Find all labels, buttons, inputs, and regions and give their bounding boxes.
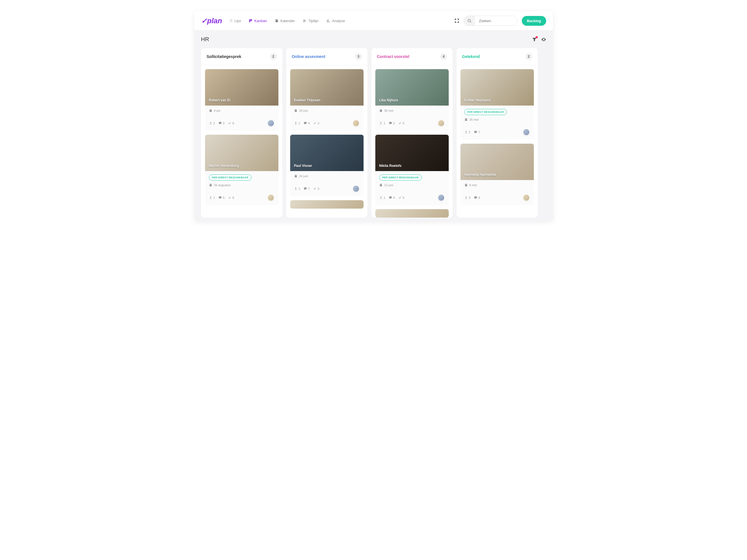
- stat-uploads: 1: [379, 196, 385, 199]
- card-date: 26 augustus: [209, 183, 275, 187]
- stat-checks: 5: [398, 196, 405, 199]
- kanban-column: Getekend 2 Esther Heijmans PER DIRECT BE…: [457, 48, 538, 218]
- assignee-avatar[interactable]: [438, 119, 445, 127]
- kanban-card[interactable]: Esther Heijmans PER DIRECT BESCHIKBAAR 2…: [461, 69, 534, 140]
- stat-uploads: 2: [464, 131, 470, 134]
- logo-check-icon: ✓: [201, 17, 207, 25]
- kanban-card[interactable]: Nikita Roelofs PER DIRECT BESCHIKBAAR 12…: [375, 135, 449, 205]
- stat-comments: 2: [389, 122, 395, 125]
- card-meta: 18 juni: [290, 106, 364, 119]
- stat-uploads: 1: [379, 122, 385, 125]
- kanban-card[interactable]: Marlon Hartenburg PER DIRECT BESCHIKBAAR…: [205, 135, 278, 205]
- card-name: Lika Nijhuis: [375, 95, 402, 106]
- kanban-column: Online assesment 3 Evelien Thijssen 18 j…: [286, 48, 367, 218]
- stat-checks: 6: [228, 122, 234, 125]
- card-date: 4 juli: [209, 109, 275, 112]
- stat-uploads: 1: [209, 196, 215, 199]
- kanban-board: Sollicitatiegesprek 2 Robert van Ei 4 ju…: [201, 48, 546, 218]
- card-stats: 173: [294, 187, 319, 190]
- tab-label: Lijst: [234, 19, 241, 23]
- kanban-column: Sollicitatiegesprek 2 Robert van Ei 4 ju…: [201, 48, 282, 218]
- card-image: Esther Heijmans: [461, 69, 534, 106]
- stat-uploads: 2: [209, 122, 215, 125]
- assignee-avatar[interactable]: [438, 194, 445, 201]
- card-meta: 4 juli: [205, 106, 278, 119]
- search-icon-wrap: [464, 16, 475, 25]
- card-name: Esther Heijmans: [461, 95, 495, 106]
- stat-checks: 3: [313, 122, 319, 125]
- card-name: Henrietta Harmelink: [461, 169, 500, 180]
- card-footer: 145: [375, 194, 449, 205]
- card-footer: 34: [461, 194, 534, 205]
- card-footer: 156: [205, 194, 278, 205]
- card-stats: 226: [209, 122, 234, 125]
- card-stats: 125: [379, 122, 405, 125]
- logo[interactable]: ✓plan: [201, 17, 222, 25]
- header-icons: [532, 37, 546, 42]
- tab-lijst[interactable]: Lijst: [229, 19, 241, 23]
- column-title: Sollicitatiegesprek: [207, 54, 241, 59]
- card-image: Lika Nijhuis: [375, 69, 449, 106]
- card-meta: PER DIRECT BESCHIKBAAR 26 mei: [461, 106, 534, 129]
- card-footer: 143: [290, 119, 364, 131]
- card-stats: 27: [464, 131, 480, 134]
- card-footer: 27: [461, 129, 534, 140]
- assignee-avatar[interactable]: [523, 129, 530, 136]
- card-date: 26 mei: [464, 118, 530, 121]
- tab-kanban[interactable]: Kanban: [249, 19, 267, 23]
- tab-analyse[interactable]: Analyse: [326, 19, 345, 23]
- stat-comments: 4: [389, 196, 395, 199]
- topbar-right: Backlog: [455, 16, 546, 26]
- column-count: 4: [440, 53, 447, 60]
- stat-checks: 6: [228, 196, 234, 199]
- kanban-card[interactable]: [375, 209, 449, 218]
- card-footer: 226: [205, 119, 278, 131]
- tab-kalender[interactable]: Kalender: [275, 19, 295, 23]
- kanban-card[interactable]: Paul Visser 24 juni 173: [290, 135, 364, 196]
- chart-icon: [326, 19, 330, 23]
- stat-comments: 7: [474, 131, 480, 134]
- stat-comments: 7: [304, 187, 310, 190]
- stat-uploads: 1: [294, 187, 300, 190]
- tab-label: Kalender: [280, 19, 295, 23]
- assignee-avatar[interactable]: [523, 194, 530, 201]
- expand-icon[interactable]: [455, 19, 459, 23]
- card-stats: 145: [379, 196, 405, 199]
- page-header: HR: [201, 36, 546, 43]
- filter-badge: [536, 36, 538, 38]
- stat-comments: 2: [218, 122, 225, 125]
- assignee-avatar[interactable]: [352, 185, 360, 192]
- kanban-card[interactable]: Robert van Ei 4 juli 226: [205, 69, 278, 131]
- tab-label: Kanban: [254, 19, 267, 23]
- tab-tijdlijn[interactable]: Tijdlijn: [303, 19, 318, 23]
- kanban-card[interactable]: [290, 200, 364, 209]
- card-footer: 173: [290, 185, 364, 196]
- assignee-avatar[interactable]: [267, 194, 275, 201]
- stat-comments: 5: [218, 196, 225, 199]
- column-body: Robert van Ei 4 juli 226 Marlon Hartenbu…: [201, 65, 282, 205]
- kanban-icon: [249, 19, 253, 23]
- kanban-card[interactable]: Evelien Thijssen 18 juni 143: [290, 69, 364, 131]
- card-date: 24 juni: [294, 175, 360, 178]
- stat-uploads: 1: [294, 122, 300, 125]
- visibility-icon[interactable]: [541, 37, 546, 42]
- card-image: [290, 200, 364, 209]
- card-image: [375, 209, 449, 218]
- card-image: Nikita Roelofs: [375, 135, 449, 171]
- filter-icon[interactable]: [532, 37, 537, 42]
- backlog-button[interactable]: Backlog: [522, 16, 546, 26]
- kanban-card[interactable]: Lika Nijhuis 30 mei 125: [375, 69, 449, 131]
- stat-uploads: 3: [464, 196, 470, 199]
- column-header: Getekend 2: [457, 48, 538, 65]
- card-name: Nikita Roelofs: [375, 160, 406, 171]
- tab-label: Analyse: [332, 19, 345, 23]
- card-meta: PER DIRECT BESCHIKBAAR 12 juni: [375, 171, 449, 194]
- card-image: Marlon Hartenburg: [205, 135, 278, 171]
- search-input[interactable]: [475, 19, 517, 23]
- kanban-card[interactable]: Henrietta Harmelink 8 mei 34: [461, 144, 534, 205]
- tab-label: Tijdlijn: [308, 19, 318, 23]
- assignee-avatar[interactable]: [352, 119, 360, 127]
- assignee-avatar[interactable]: [267, 119, 275, 127]
- card-date: 12 juni: [379, 183, 445, 187]
- list-icon: [229, 19, 233, 23]
